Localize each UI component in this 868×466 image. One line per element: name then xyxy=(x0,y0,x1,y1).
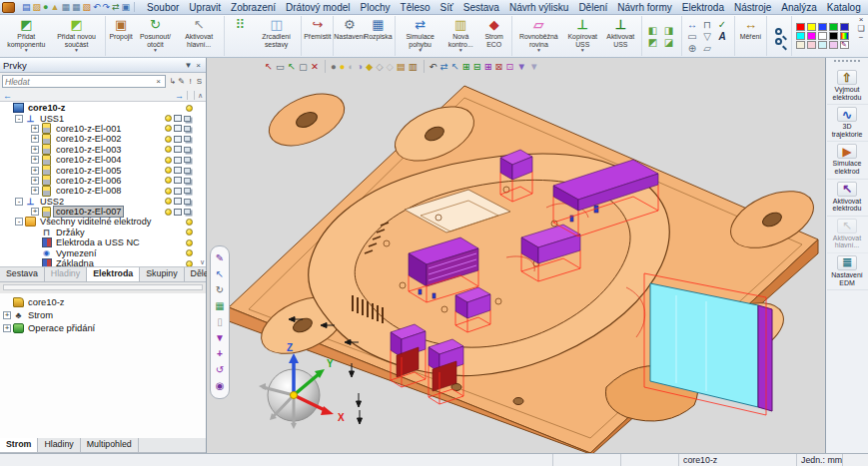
simulate-electrodes-button[interactable]: Simulace elektrod xyxy=(827,142,868,179)
tree-node-label[interactable]: core10-z-El-008 xyxy=(54,186,123,196)
folder-hide-icon[interactable]: ▥ xyxy=(409,60,418,73)
menu-item[interactable]: Dělení xyxy=(573,2,612,13)
menu-item[interactable]: Zobrazení xyxy=(226,2,281,13)
menu-item[interactable]: Sestava xyxy=(458,2,504,13)
menu-item[interactable]: Katalog xyxy=(822,2,866,13)
edm-settings-button[interactable]: Nastavení EDM xyxy=(827,253,868,290)
tree-node-label[interactable]: core10-z-El-004 xyxy=(54,155,123,165)
tree-node-label[interactable]: Elektroda a USS NC xyxy=(54,237,142,247)
history-row[interactable]: Strom xyxy=(0,308,206,321)
wireframe-view-icon[interactable]: ◨ xyxy=(662,25,675,36)
menu-item[interactable]: Elektroda xyxy=(677,2,729,13)
menu-item[interactable]: Těleso xyxy=(396,2,435,13)
settings-button[interactable]: Nastavení ▼ xyxy=(333,16,363,56)
flag-a-icon[interactable]: ▼ xyxy=(517,60,526,73)
blank-state-icon[interactable] xyxy=(174,136,182,143)
swatch-cyan[interactable] xyxy=(796,32,805,40)
tree-row[interactable]: USS1 xyxy=(0,113,206,123)
tree-row[interactable]: Vymezení xyxy=(0,247,206,257)
tree-node-label[interactable]: core10-z-El-001 xyxy=(54,124,123,134)
tree-row[interactable]: core10-z-El-001 xyxy=(0,124,206,134)
prev-state-icon[interactable]: ◇ xyxy=(376,60,383,73)
tree-node-label[interactable]: Všechny viditelné elektrody xyxy=(38,217,153,227)
dropdown-arrow-icon[interactable]: ▼ xyxy=(458,48,463,52)
tree-expander-icon[interactable] xyxy=(31,167,39,175)
dim-entity-icon[interactable]: ◐ xyxy=(348,60,354,73)
activate-entity-icon[interactable]: ◆ xyxy=(366,60,373,73)
menu-item[interactable]: Nástroje xyxy=(729,2,776,13)
tree-node-label[interactable]: core10-z-El-005 xyxy=(54,166,123,176)
dropdown-arrow-icon[interactable]: ▼ xyxy=(24,48,29,52)
blank-state-icon[interactable] xyxy=(174,157,182,164)
swatch-magenta[interactable] xyxy=(807,32,816,40)
dropdown-arrow-icon[interactable]: ▼ xyxy=(580,48,585,52)
viewport-3d[interactable]: Z Y X ↖▭↖▢✕●●◐◑◆◇◇▤▥↶⇄↖⊞⊟⊞⊠⊡▼▼ ✎↖↻▦▯▼+↺◉… xyxy=(207,58,825,453)
measure-button[interactable]: Měření ▼ xyxy=(734,16,764,56)
ribbon-close-icon[interactable]: × xyxy=(855,16,867,24)
redo-icon[interactable]: ↷ xyxy=(102,2,110,12)
tree-scroll-up-icon[interactable]: ∧ xyxy=(198,92,203,100)
tree-node-label[interactable]: USS2 xyxy=(38,197,66,207)
hide-entity-icon[interactable]: ● xyxy=(325,60,337,73)
copy-ucs-button[interactable]: Kopírovat USS ▼ xyxy=(563,16,602,56)
history-back-icon[interactable]: ← xyxy=(3,91,12,101)
pick-clear-icon[interactable]: ↖ xyxy=(265,60,273,73)
manager-tab[interactable]: Hladiny xyxy=(38,438,80,452)
visibility-bulb-icon[interactable] xyxy=(186,260,193,267)
swatch-yellow[interactable] xyxy=(807,23,816,31)
zoom-icon[interactable] xyxy=(775,28,782,35)
menu-item[interactable]: Návrh výlisku xyxy=(504,2,573,13)
tree-tab[interactable]: Skupiny xyxy=(140,267,184,281)
dropdown-arrow-icon[interactable]: ▼ xyxy=(74,48,79,52)
tree-expander-icon[interactable] xyxy=(15,198,23,206)
window-a-icon[interactable]: ▦ xyxy=(61,2,70,12)
folder-show-icon[interactable]: ▤ xyxy=(397,60,406,73)
history-node-label[interactable]: Strom xyxy=(26,309,55,320)
layers-state-icon[interactable] xyxy=(184,136,191,142)
swatch-light-cyan[interactable] xyxy=(818,41,827,49)
visibility-bulb-icon[interactable] xyxy=(165,146,172,153)
layers-state-icon[interactable] xyxy=(184,126,191,132)
folder-icon[interactable]: ▧ xyxy=(82,2,91,12)
clear-search-icon[interactable]: × xyxy=(154,77,163,86)
relocate-button[interactable]: Přemístit ▼ xyxy=(301,16,331,56)
pattern-button[interactable]: ▼ xyxy=(224,16,254,56)
blank-state-icon[interactable] xyxy=(174,198,182,205)
tree-row[interactable]: core10-z xyxy=(0,103,206,113)
parallel-plane-button[interactable]: Rovnoběžná rovina ▼ xyxy=(511,16,563,56)
activate-electrode-button[interactable]: Aktivovat elektrodu xyxy=(827,180,868,217)
visibility-bulb-icon[interactable] xyxy=(165,125,172,132)
linear-dim-icon[interactable]: ↔ xyxy=(686,19,698,30)
activate-main-button[interactable]: Aktivovat hlavní... ▼ xyxy=(176,16,222,56)
flag-b-icon[interactable]: ▼ xyxy=(529,60,538,73)
blank-state-icon[interactable] xyxy=(174,125,182,132)
manager-tab[interactable]: Multipohled xyxy=(81,438,139,452)
layer-tool-icon[interactable]: ▼ xyxy=(215,333,225,343)
tree-expander-icon[interactable] xyxy=(15,115,23,123)
swatch-light-pink[interactable] xyxy=(807,41,816,49)
dropdown-arrow-icon[interactable]: ▼ xyxy=(536,48,541,52)
layers-state-icon[interactable] xyxy=(184,188,191,194)
shaded-view-icon[interactable]: ◧ xyxy=(646,25,659,36)
component-swap-icon[interactable]: ⊡ xyxy=(506,60,514,73)
visibility-bulb-icon[interactable] xyxy=(165,209,172,216)
tree-node-label[interactable]: core10-z-El-006 xyxy=(54,176,123,186)
new-drawing-icon[interactable]: ▲ xyxy=(50,2,59,12)
history-node-label[interactable]: core10-z xyxy=(26,296,66,307)
tree-expander-icon[interactable] xyxy=(15,218,23,226)
component-remove-icon[interactable]: ⊟ xyxy=(473,60,481,73)
motion-sim-button[interactable]: Simulace pohybu ▼ xyxy=(395,16,442,56)
layers-state-icon[interactable] xyxy=(184,199,191,205)
tree-node-label[interactable]: core10-z xyxy=(26,103,67,113)
tree-row[interactable]: core10-z-El-002 xyxy=(0,134,206,144)
visibility-bulb-icon[interactable] xyxy=(165,167,172,174)
panel-grip[interactable] xyxy=(834,60,860,65)
tree-row[interactable]: Všechny viditelné elektrody xyxy=(0,217,206,227)
menu-item[interactable]: Plochy xyxy=(356,2,396,13)
angle-dim-icon[interactable]: ▱ xyxy=(701,43,713,54)
datum-icon[interactable]: ▽ xyxy=(701,31,713,42)
text-icon[interactable]: A xyxy=(716,31,728,42)
component-add-icon[interactable]: ⊞ xyxy=(462,60,470,73)
tree-row[interactable]: Elektroda a USS NC xyxy=(0,237,206,247)
history-expander-icon[interactable] xyxy=(3,311,11,319)
